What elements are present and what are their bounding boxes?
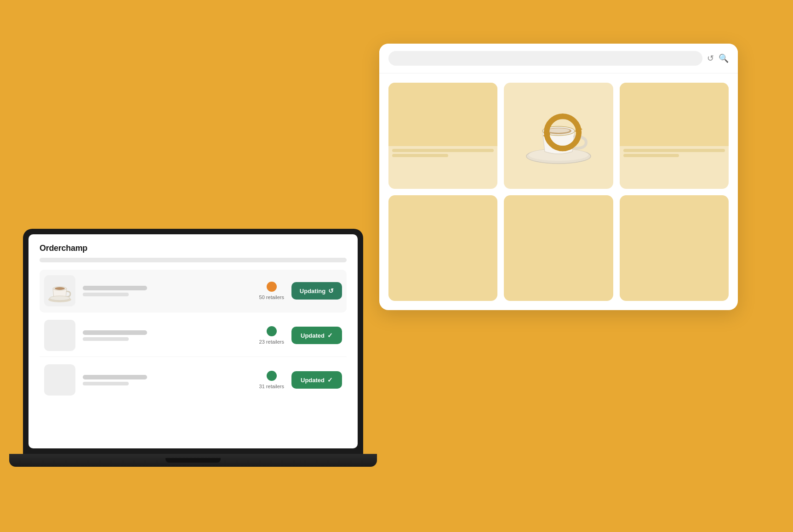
updating-icon: ↺ [328,287,334,294]
status-dot-green-1 [267,326,277,336]
card-image-area-3 [620,83,729,146]
product-info-3 [83,375,252,385]
status-dot-orange [267,282,277,292]
updated-icon-2: ✓ [327,376,333,384]
card-line-1 [392,149,494,152]
product-image-3 [44,364,75,396]
product-image-1 [44,275,75,306]
product-info-1 [83,286,252,296]
product-row-3: 31 retailers Updated ✓ [40,359,347,401]
search-bar[interactable] [40,258,347,262]
card-line-3b [623,154,679,157]
card-text-area-1 [388,146,497,160]
svg-point-10 [55,287,65,290]
retailers-count-3: 31 retailers [259,384,284,389]
product-list: 50 retailers Updating ↺ [40,270,347,401]
product-row-2: 23 retailers Updated ✓ [40,314,347,357]
browser-card-featured [504,83,613,189]
product-sub-bar-3 [83,382,129,385]
browser-action-icons: ↺ 🔍 [707,53,729,63]
product-name-bar-1 [83,286,147,290]
browser-card-5 [504,195,613,301]
updating-button[interactable]: Updating ↺ [291,282,342,300]
product-sub-bar-1 [83,293,129,296]
laptop-base [9,454,377,467]
card-text-area-3 [620,146,729,160]
product-status-2: 23 retailers [259,326,284,345]
svg-point-11 [50,296,70,300]
product-name-bar-2 [83,330,147,335]
product-image-2 [44,320,75,351]
updated-button-1[interactable]: Updated ✓ [291,327,342,344]
address-bar[interactable] [388,51,702,66]
product-info-2 [83,330,252,341]
retailers-count-1: 50 retailers [259,294,284,300]
browser-window: ↺ 🔍 [379,44,738,310]
product-sub-bar-2 [83,337,129,341]
browser-card-4 [388,195,497,301]
browser-toolbar: ↺ 🔍 [379,44,738,74]
browser-card-6 [620,195,729,301]
product-row-1: 50 retailers Updating ↺ [40,270,347,312]
product-status-1: 50 retailers [259,282,284,300]
card-image-area-1 [388,83,497,146]
product-status-3: 31 retailers [259,371,284,389]
product-cup-svg-1 [46,278,73,304]
updating-label: Updating [300,288,325,294]
updated-icon-1: ✓ [327,332,333,339]
browser-card-3 [620,83,729,189]
laptop-screen-outer: Orderchamp [23,229,363,454]
laptop-screen-inner: Orderchamp [29,234,358,448]
updated-label-2: Updated [301,377,325,384]
browser-card-1 [388,83,497,189]
app-header: Orderchamp [40,243,347,262]
sync-arrows-svg [542,112,583,153]
product-name-bar-3 [83,375,147,379]
refresh-icon[interactable]: ↺ [707,53,714,63]
search-icon[interactable]: 🔍 [719,53,729,63]
updated-label-1: Updated [301,332,325,339]
laptop-notch [165,458,221,463]
card-line-3a [623,149,725,152]
app-title: Orderchamp [40,243,347,253]
status-dot-green-2 [267,371,277,381]
card-line-2 [392,154,448,157]
laptop: Orderchamp [23,229,363,504]
app-content: Orderchamp [29,234,358,448]
updated-button-2[interactable]: Updated ✓ [291,371,342,389]
retailers-count-2: 23 retailers [259,339,284,345]
sync-icon-overlay [542,112,583,155]
browser-grid [379,74,738,310]
